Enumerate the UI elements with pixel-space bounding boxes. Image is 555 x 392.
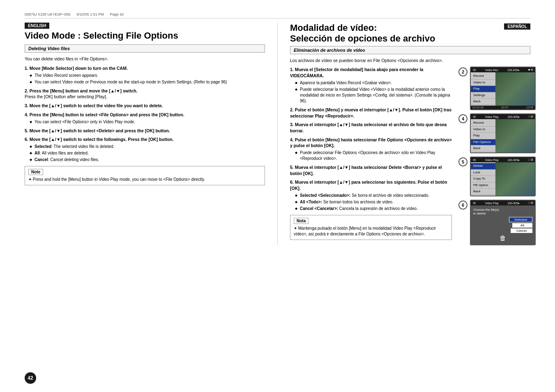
cam-screen-4: 4 📹 Video Play 100-005♦ □ ⊞ Record	[458, 113, 530, 153]
english-badge: ENGLISH	[25, 23, 49, 29]
cam-content-4: Record Video In Play File Options Back	[471, 119, 535, 152]
menu-item-delete: Delete	[471, 163, 495, 169]
step-num-5: 5	[458, 157, 467, 166]
left-step-4: 4. Press the [Menu] button to select <Fi…	[25, 112, 265, 125]
right-content: 1. Mueva el [Selector de modalidad] haci…	[290, 67, 530, 245]
note-label: Note	[28, 169, 43, 175]
main-columns: ENGLISH Video Mode : Selecting File Opti…	[25, 23, 530, 245]
right-subtitle: Eliminación de archivos de vídeo	[290, 46, 530, 54]
menu-item-record: Record	[471, 73, 495, 79]
right-column: Modalidad de vídeo: Selección de opcione…	[278, 23, 530, 245]
right-header: Modalidad de vídeo: Selección de opcione…	[290, 23, 530, 44]
cam-menu-5: Delete Lock Copy To PB Option Back	[471, 162, 495, 196]
bullet-item: Cancel: Cancel deleting video files.	[30, 157, 265, 163]
right-step-4-bullets: Puede seleccionar File Options <Opciones…	[295, 150, 452, 161]
spanish-title-line2: Selección de opciones de archivo	[290, 33, 500, 44]
document-meta: 00876J X105 UK+ESP~055 6/10/05 1:51 PM P…	[25, 12, 530, 18]
camera-display-5: 📹 Video Play 100-005♦ □ ⊞ Delete Lock Co…	[470, 157, 536, 196]
left-note: Note Press and hold the [Menu] button in…	[25, 166, 265, 185]
cam-bottom-2: 00:00:00 00:57 1STB	[471, 106, 535, 109]
left-step-1: 1. Move [Mode Selector] down to turn on …	[25, 65, 265, 85]
nota-label: Nota	[294, 218, 309, 224]
right-titles: Modalidad de vídeo: Selección de opcione…	[290, 23, 500, 44]
option-selected: Selected	[509, 217, 532, 222]
left-column: ENGLISH Video Mode : Selecting File Opti…	[25, 23, 278, 245]
menu-item-video-in: Video In	[471, 127, 495, 133]
cam-icon: 📹	[472, 201, 476, 205]
cam-screen-2: 2 📹 Video Rec 100-005♦ ■ ⊞ Record	[458, 67, 530, 110]
right-step-6: 6. Mueva el interruptor [▲/▼] para selec…	[290, 179, 452, 211]
menu-item-play: Play	[471, 86, 495, 92]
step-num-4: 4	[458, 114, 467, 123]
menu-item-copy-to: Copy To	[471, 176, 495, 182]
right-step-3: 3. Mueva el interruptor [▲/▼] hasta sele…	[290, 122, 452, 134]
cam-content-5: Delete Lock Copy To PB Option Back	[471, 162, 535, 196]
right-step-4: 4. Pulse el botón [Menu] hasta seleccion…	[290, 137, 452, 161]
right-step-1-bullets: Aparece la pantalla Video Record <Grabar…	[295, 80, 452, 104]
step-num-6: 6	[458, 201, 467, 210]
bullet-item: Selected <Seleccionado>: Se borra el arc…	[295, 193, 452, 198]
cam-icon: 📹	[472, 158, 476, 161]
right-step-1: 1. Mueva el [Selector de modalidad] haci…	[290, 67, 452, 104]
right-intro: Los archivos de vídeo se pueden borrar e…	[290, 58, 530, 64]
doc-date: 6/10/05 1:51 PM	[77, 12, 104, 16]
cam-screen-5: 5 📹 Video Play 100-005♦ □ ⊞ Delete	[458, 157, 530, 196]
right-step-2: 2. Pulse el botón [Menu] y mueva el inte…	[290, 107, 452, 119]
menu-item-back: Back	[471, 99, 495, 105]
cam-icon: 📹	[472, 68, 476, 71]
right-steps-text: 1. Mueva el [Selector de modalidad] haci…	[290, 67, 452, 245]
bullet-item: Selected: The selected video file is del…	[30, 144, 265, 150]
left-step-5: 5. Move the [▲/▼] switch to select <Dele…	[25, 128, 265, 134]
bullet-item: You can select Video mode or Previous mo…	[30, 79, 265, 85]
left-step-4-bullets: You can select <File Options> only in Vi…	[30, 119, 265, 125]
left-step-1-bullets: The Video Record screen appears. You can…	[30, 73, 265, 85]
video-thumbnail	[495, 72, 535, 106]
left-section-title: Video Mode : Selecting File Options	[25, 30, 265, 41]
cam-topbar-6: 📹 Video Play 100-005♦ □ ⊞	[471, 201, 535, 205]
option-cancel: Cancel	[511, 228, 532, 233]
menu-item-record: Record	[471, 120, 495, 126]
menu-item-video-in: Video In	[471, 80, 495, 86]
bullet-item: Puede seleccionar la modalidad Video <Ví…	[295, 87, 452, 104]
bullet-item: You can select <File Options> only in Vi…	[30, 119, 265, 125]
bullet-item: Puede seleccionar File Options <Opciones…	[295, 150, 452, 161]
camera-display-2: 📹 Video Rec 100-005♦ ■ ⊞ Record Video In…	[470, 67, 536, 110]
video-thumbnail	[495, 119, 535, 152]
cam-video-5	[495, 162, 535, 196]
note-text: Press and hold the [Menu] button in Vide…	[28, 177, 261, 182]
menu-item-play: Play	[471, 133, 495, 139]
camera-display-6: 📹 Video Play 100-005♦ □ ⊞ Choose the fil…	[470, 200, 536, 245]
cam-menu-2: Record Video In Play Settings Back	[471, 72, 495, 106]
dialog-options: Selected All Cancel	[473, 217, 532, 233]
cam-menu-4: Record Video In Play File Options Back	[471, 119, 495, 152]
step-num-2: 2	[458, 67, 467, 76]
spanish-badge: ESPAÑOL	[504, 23, 530, 30]
menu-item-file-options: File Options	[471, 139, 495, 145]
cam-icon: 📹	[472, 115, 476, 118]
menu-item-back: Back	[471, 145, 495, 152]
page-number: 42	[25, 372, 36, 384]
video-thumbnail	[495, 162, 535, 196]
cam-video-2	[495, 72, 535, 106]
nota-text: Mantenga pulsado el botón [Menu] en la m…	[294, 226, 448, 237]
left-step-6-bullets: Selected: The selected video file is del…	[30, 144, 265, 163]
left-steps: 1. Move [Mode Selector] down to turn on …	[25, 65, 265, 163]
menu-item-settings: Settings	[471, 92, 495, 99]
left-step-3: 3. Move the [▲/▼] switch to select the v…	[25, 103, 265, 109]
cam-topbar-5: 📹 Video Play 100-005♦ □ ⊞	[471, 157, 535, 162]
left-intro: You can delete video files in <File Opti…	[25, 56, 265, 62]
left-step-2: 2. Press the [Menu] button and move the …	[25, 88, 265, 100]
bullet-item: The Video Record screen appears.	[30, 73, 265, 78]
page: 00876J X105 UK+ESP~055 6/10/05 1:51 PM P…	[0, 0, 555, 392]
cam-mockups: 2 📹 Video Rec 100-005♦ ■ ⊞ Record	[458, 67, 530, 245]
doc-id: 00876J X105 UK+ESP~055	[25, 12, 71, 16]
cam-screen-6: 6 📹 Video Play 100-005♦ □ ⊞ Choose the f…	[458, 200, 530, 245]
bullet-item: All <Todo>: Se borran todos los archivos…	[295, 199, 452, 205]
right-steps: 1. Mueva el [Selector de modalidad] haci…	[290, 67, 452, 211]
menu-item-back: Back	[471, 189, 495, 195]
option-all: All	[512, 223, 532, 228]
menu-item-pb-option: PB Option	[471, 182, 495, 189]
right-step-6-bullets: Selected <Seleccionado>: Se borra el arc…	[295, 193, 452, 212]
left-step-6: 6. Move the [▲/▼] switch to select the f…	[25, 136, 265, 163]
cam-topbar-4: 📹 Video Play 100-005♦ □ ⊞	[471, 114, 535, 119]
